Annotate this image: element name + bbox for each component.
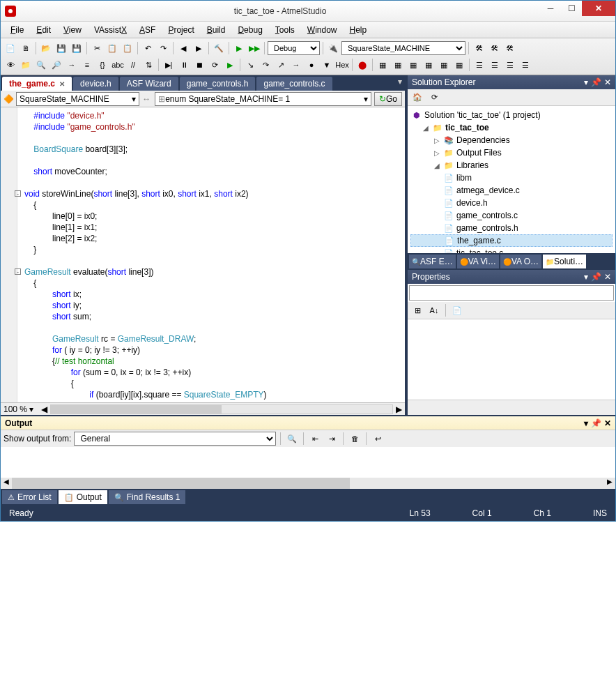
close-button[interactable]: ✕ [582,1,615,16]
scroll-left-icon[interactable]: ◀ [41,404,47,414]
tab-asf-wizard[interactable]: ASF Wizard [120,77,178,91]
hex-icon[interactable]: Hex [335,58,349,72]
btab-error-list[interactable]: ⚠ Error List [2,490,57,504]
save-all-icon[interactable]: 💾 [70,41,84,55]
menu-tools[interactable]: Tools [270,24,300,36]
pin-icon[interactable]: 📌 [591,77,601,87]
v2-icon[interactable]: ☰ [488,58,502,72]
va-outline-icon[interactable]: {} [95,58,109,72]
va-ref-icon[interactable]: 🔍 [34,58,48,72]
step-icon[interactable]: ▶ [223,58,237,72]
rtab-asf[interactable]: 🔍 ASF E… [409,255,456,268]
rec-icon[interactable]: ⬤ [355,58,369,72]
scope-combo[interactable]: SquareState_MACHINE▾ [16,92,139,106]
va-list-icon[interactable]: ≡ [80,58,94,72]
build-icon[interactable]: 🔨 [212,41,226,55]
stop-icon[interactable]: ⏹ [192,58,206,72]
copy-icon[interactable]: 📋 [105,41,119,55]
open-icon[interactable]: 📂 [39,41,53,55]
start-icon[interactable]: ▶ [232,41,246,55]
tab-game-controls-c[interactable]: game_controls.c [256,77,332,91]
rtab-vao[interactable]: 🟠 VA O… [500,255,541,268]
cursor-icon[interactable]: → [289,58,303,72]
run-to-icon[interactable]: ▶| [162,58,176,72]
member-combo[interactable]: ⊞ enum SquareState_MACHINE= 1▾ [155,92,371,106]
wrap-icon[interactable]: ↩ [371,432,385,446]
config-combo[interactable]: Debug [268,41,320,55]
clear-icon[interactable]: 🗑 [348,432,362,446]
menu-debug[interactable]: Debug [232,24,268,36]
va-find-icon[interactable]: 🔎 [49,58,63,72]
tree-file-1[interactable]: 📄device.h [410,197,613,209]
undo-icon[interactable]: ↶ [141,41,155,55]
close-panel-icon[interactable]: ✕ [604,418,611,428]
restart-icon[interactable]: ⟳ [208,58,222,72]
v4-icon[interactable]: ☰ [518,58,532,72]
cut-icon[interactable]: ✂ [90,41,104,55]
menu-edit[interactable]: Edit [31,24,56,36]
pause-icon[interactable]: ⏸ [177,58,191,72]
refresh-icon[interactable]: ⟳ [427,91,441,105]
va-sort-icon[interactable]: ⇅ [141,58,155,72]
props-object-combo[interactable] [409,285,614,301]
menu-project[interactable]: Project [162,24,199,36]
dropdown-icon[interactable]: ▾ [584,272,588,282]
pages-icon[interactable]: 📄 [450,303,464,317]
v3-icon[interactable]: ☰ [503,58,517,72]
step-out-icon[interactable]: ↗ [274,58,288,72]
redo-icon[interactable]: ↷ [156,41,170,55]
menu-window[interactable]: Window [302,24,343,36]
w2-icon[interactable]: ▦ [391,58,405,72]
tree-libraries[interactable]: ◢📁Libraries [410,159,613,172]
btab-output[interactable]: 📋 Output [59,490,107,504]
next-icon[interactable]: ⇥ [325,432,339,446]
close-panel-icon[interactable]: ✕ [604,77,611,87]
tree-output-files[interactable]: ▷📁Output Files [410,146,613,159]
tree-dependencies[interactable]: ▷📚Dependencies [410,134,613,146]
code-editor[interactable]: #include "device.h" #include "game_contr… [1,107,405,402]
device-icon[interactable]: 🔌 [326,41,340,55]
close-icon[interactable]: ✕ [59,80,65,88]
w5-icon[interactable]: ▦ [437,58,451,72]
prev-icon[interactable]: ⇤ [308,432,322,446]
add-item-icon[interactable]: 🗎 [19,41,33,55]
tree-libm[interactable]: 📄libm [410,172,613,184]
tool1-icon[interactable]: 🛠 [472,41,486,55]
h-scrollbar[interactable] [50,404,393,414]
nav-fwd-icon[interactable]: ▶ [192,41,206,55]
pin-icon[interactable]: 📌 [591,418,601,428]
menu-vassistx[interactable]: VAssistX [88,24,132,36]
w6-icon[interactable]: ▦ [452,58,466,72]
tool2-icon[interactable]: 🛠 [487,41,501,55]
save-icon[interactable]: 💾 [54,41,68,55]
step-into-icon[interactable]: ↘ [243,58,257,72]
tree-file-5[interactable]: 📄tic_tac_toe.c [410,247,613,253]
rtab-vavi[interactable]: 🟠 VA Vi… [457,255,499,268]
dropdown-icon[interactable]: ▾ [584,77,588,87]
tab-device-h[interactable]: device.h [73,77,118,91]
tab-game-controls-h[interactable]: game_controls.h [180,77,256,91]
w3-icon[interactable]: ▦ [406,58,420,72]
va-goto-icon[interactable]: → [65,58,79,72]
rtab-solution[interactable]: 📁 Soluti… [543,255,586,268]
tree-file-0[interactable]: 📄atmega_device.c [410,184,613,197]
tree-file-4[interactable]: 📄the_game.c [410,234,613,247]
tree-file-2[interactable]: 📄game_controls.c [410,209,613,222]
find-msg-icon[interactable]: 🔍 [285,432,299,446]
menu-file[interactable]: File [5,24,29,36]
output-source-combo[interactable]: General [74,432,276,446]
dropdown-icon[interactable]: ▾ [584,418,588,428]
menu-help[interactable]: Help [344,24,373,36]
tree-project[interactable]: ◢📁tic_tac_toe [410,121,613,134]
alpha-icon[interactable]: A↓ [427,303,441,317]
scroll-right-icon[interactable]: ▶ [396,404,402,414]
va-nav-icon[interactable]: 📁 [19,58,33,72]
device-combo[interactable]: SquareState_MACHINE [341,41,465,55]
home-icon[interactable]: 🏠 [410,91,424,105]
pin-icon[interactable]: 📌 [591,272,601,282]
start-nodebug-icon[interactable]: ▶▶ [247,41,261,55]
step-over-icon[interactable]: ↷ [259,58,272,72]
menu-asf[interactable]: ASF [134,24,161,36]
va-comment-icon[interactable]: // [126,58,140,72]
output-text[interactable] [1,447,615,478]
